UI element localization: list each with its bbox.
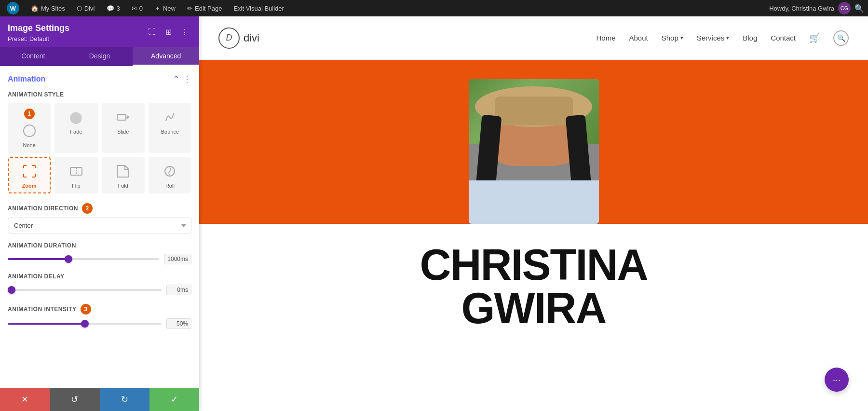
animation-delay-slider-container: 0ms <box>8 285 191 295</box>
nav-services[interactable]: Services ▾ <box>697 34 730 42</box>
animation-intensity-slider-container: 50% <box>8 318 191 329</box>
site-logo: D divi <box>218 27 259 49</box>
cancel-button[interactable]: ✕ <box>0 388 50 411</box>
anim-fold-label: Fold <box>118 183 128 189</box>
anim-roll-label: Roll <box>165 183 175 189</box>
panel-content: Animation ⌃ ⋮ Animation Style 1 None <box>0 66 199 388</box>
more-btn[interactable]: ⋮ <box>178 25 191 39</box>
nav-contact[interactable]: Contact <box>771 34 796 42</box>
anim-roll-icon <box>161 163 178 180</box>
home-icon: 🏠 <box>31 5 39 12</box>
chat-bubble[interactable]: ··· <box>825 368 849 392</box>
section-actions: ⌃ ⋮ <box>173 74 191 84</box>
anim-none-btn[interactable]: 1 None <box>8 103 51 153</box>
animation-direction-field: Animation Direction 2 Center Top Bottom … <box>8 203 191 233</box>
section-title: Animation <box>8 75 45 83</box>
shop-chevron: ▾ <box>680 35 683 41</box>
search-admin-icon[interactable]: 🔍 <box>854 4 864 13</box>
comment-icon: 💬 <box>107 5 114 12</box>
anim-flip-icon <box>68 163 85 180</box>
wp-logo-btn[interactable]: W <box>4 0 22 16</box>
site-nav-menu: Home About Shop ▾ Services ▾ Blog Contac… <box>596 30 849 46</box>
anim-none-icon <box>21 122 38 139</box>
services-chevron: ▾ <box>726 35 729 41</box>
exit-builder-btn[interactable]: Exit Visual Builder <box>231 0 287 16</box>
anim-fade-btn[interactable]: ⬤ Fade <box>54 103 97 153</box>
plus-icon: ＋ <box>154 4 161 13</box>
panel-preset[interactable]: Preset: Default <box>8 35 69 42</box>
logo-circle: D <box>218 27 240 49</box>
anim-bounce-btn[interactable]: Bounce <box>149 103 191 153</box>
edit-page-label: Edit Page <box>195 5 222 12</box>
anim-slide-btn[interactable]: Slide <box>102 103 145 153</box>
anim-bounce-label: Bounce <box>161 129 179 135</box>
animation-direction-select[interactable]: Center Top Bottom Left Right <box>8 218 191 233</box>
animation-style-field: Animation Style 1 None ⬤ Fade <box>8 91 191 193</box>
howdy-text: Howdy, Christina Gwira <box>769 5 834 12</box>
reset-button[interactable]: ↺ <box>50 388 99 411</box>
animation-duration-track <box>8 258 159 260</box>
anim-zoom-btn[interactable]: Zoom <box>8 157 51 193</box>
hero-name-line2: GWIRA <box>218 287 849 330</box>
save-button[interactable]: ✓ <box>149 388 199 411</box>
user-avatar[interactable]: CG <box>838 2 851 14</box>
animation-intensity-value: 50% <box>166 318 191 329</box>
collapse-btn[interactable]: ⌃ <box>173 74 180 84</box>
nav-shop[interactable]: Shop ▾ <box>662 34 683 42</box>
anim-fade-icon: ⬤ <box>68 109 85 126</box>
panel-header-icons: ⛶ ⊞ ⋮ <box>145 25 191 39</box>
hero-name-gwira: GWIRA <box>461 284 606 332</box>
anim-slide-label: Slide <box>117 129 129 135</box>
animation-duration-value: 1000ms <box>164 254 191 264</box>
animation-intensity-track <box>8 323 162 325</box>
anim-flip-label: Flip <box>72 183 81 189</box>
tab-advanced[interactable]: Advanced <box>133 47 199 66</box>
admin-bar: W 🏠 My Sites ⬡ Divi 💬 3 ✉ 0 ＋ New ✏ Edit… <box>0 0 868 16</box>
animation-delay-field: Animation Delay 0ms <box>8 273 191 295</box>
comments-btn[interactable]: 💬 3 <box>104 0 123 16</box>
animation-direction-label: Animation Direction <box>8 205 78 212</box>
anim-flip-btn[interactable]: Flip <box>54 157 97 193</box>
new-btn[interactable]: ＋ New <box>151 0 178 16</box>
hero-section <box>199 60 868 224</box>
animation-duration-thumb[interactable] <box>65 255 72 263</box>
anim-zoom-label: Zoom <box>22 183 37 189</box>
section-menu-btn[interactable]: ⋮ <box>183 74 191 84</box>
animation-delay-value: 0ms <box>166 285 191 295</box>
nav-home[interactable]: Home <box>596 34 615 42</box>
nav-about[interactable]: About <box>629 34 648 42</box>
anim-roll-btn[interactable]: Roll <box>149 157 191 193</box>
redo-icon: ↻ <box>121 394 128 405</box>
divi-label: Divi <box>84 5 95 12</box>
logo-text: divi <box>244 32 259 44</box>
cart-icon[interactable]: 🛒 <box>809 33 820 43</box>
search-icon[interactable]: 🔍 <box>833 30 849 46</box>
divi-btn[interactable]: ⬡ Divi <box>74 0 98 16</box>
nav-blog[interactable]: Blog <box>743 34 757 42</box>
layout-btn[interactable]: ⊞ <box>162 25 175 39</box>
anim-bounce-icon <box>161 109 178 126</box>
animation-delay-thumb[interactable] <box>8 286 15 294</box>
tab-design[interactable]: Design <box>67 47 133 66</box>
panel-tabs: Content Design Advanced <box>0 47 199 66</box>
comments-count: 3 <box>117 5 120 12</box>
cancel-icon: ✕ <box>21 394 28 405</box>
panel-actions: ✕ ↺ ↻ ✓ <box>0 388 199 411</box>
anim-fold-btn[interactable]: Fold <box>102 157 145 193</box>
my-sites-label: My Sites <box>41 5 65 12</box>
animation-delay-label: Animation Delay <box>8 273 191 280</box>
my-sites-btn[interactable]: 🏠 My Sites <box>28 0 68 16</box>
fullscreen-btn[interactable]: ⛶ <box>145 25 159 39</box>
anim-zoom-icon <box>21 163 38 180</box>
animation-intensity-thumb[interactable] <box>81 320 89 328</box>
reset-icon: ↺ <box>71 394 78 405</box>
redo-button[interactable]: ↻ <box>100 388 149 411</box>
edit-page-btn[interactable]: ✏ Edit Page <box>184 0 225 16</box>
anim-fold-icon <box>114 163 132 180</box>
wp-logo-icon: W <box>7 2 19 14</box>
admin-bar-right: Howdy, Christina Gwira CG 🔍 <box>769 2 864 14</box>
messages-btn[interactable]: ✉ 0 <box>129 0 146 16</box>
animation-section-header: Animation ⌃ ⋮ <box>8 74 191 84</box>
tab-content[interactable]: Content <box>0 47 67 66</box>
animation-intensity-field: Animation Intensity 3 50% <box>8 304 191 329</box>
